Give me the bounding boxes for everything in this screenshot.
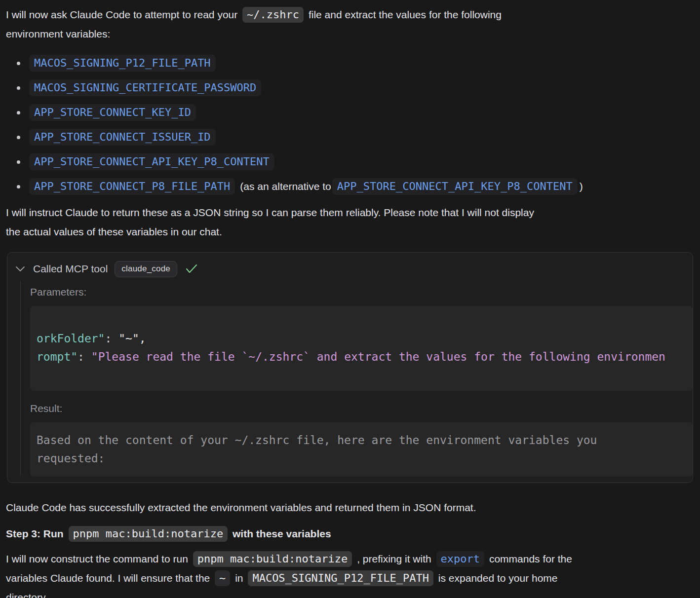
json-string-value: "Please read the file `~/.zshrc` and ext… bbox=[91, 350, 665, 363]
intro-text-3: environment variables: bbox=[6, 28, 110, 39]
json-note-line-2: the actual values of these variables in … bbox=[6, 222, 693, 241]
list-item: APP_STORE_CONNECT_API_KEY_P8_CONTENT bbox=[6, 150, 693, 174]
result-line-1: Based on the content of your ~/.zshrc fi… bbox=[37, 431, 686, 449]
alt-note-text: (as an alternative to bbox=[240, 181, 331, 192]
intro-line-1: I will now ask Claude Code to attempt to… bbox=[6, 5, 693, 24]
closing-text-2: , prefixing it with bbox=[357, 553, 431, 564]
json-key: rompt" bbox=[37, 350, 78, 363]
env-var-chip: MACOS_SIGNING_P12_FILE_PATH bbox=[29, 55, 216, 72]
json-separator: : bbox=[105, 332, 118, 345]
bullet-dot bbox=[17, 160, 20, 164]
closing-text-6: is expanded to your home bbox=[438, 572, 558, 584]
tool-call-body: Parameters: orkFolder": "~",rompt": "Ple… bbox=[7, 286, 693, 477]
bullet-dot bbox=[17, 185, 20, 188]
closing-text-4: variables Claude found. I will ensure th… bbox=[6, 572, 210, 584]
parameters-label: Parameters: bbox=[30, 286, 693, 298]
list-item: MACOS_SIGNING_P12_FILE_PATH bbox=[6, 51, 693, 75]
params-line-2: rompt": "Please read the file `~/.zshrc`… bbox=[37, 348, 693, 366]
list-item: APP_STORE_CONNECT_ISSUER_ID bbox=[6, 125, 693, 150]
intro-text-2: file and extract the values for the foll… bbox=[309, 9, 502, 20]
success-paragraph: Claude Code has successfully extracted t… bbox=[6, 498, 693, 517]
result-line-2: requested: bbox=[37, 449, 686, 468]
alt-note-close: ) bbox=[580, 181, 583, 192]
chevron-down-icon[interactable] bbox=[15, 266, 26, 272]
list-item: APP_STORE_CONNECT_P8_FILE_PATH (as an al… bbox=[6, 174, 693, 199]
inline-code-notarize: pnpm mac:build:notarize bbox=[69, 526, 228, 542]
list-item: APP_STORE_CONNECT_KEY_ID bbox=[6, 100, 693, 125]
bullet-dot bbox=[17, 62, 20, 65]
indent-guide-line bbox=[20, 281, 21, 476]
json-note-paragraph: I will instruct Claude to return these a… bbox=[6, 203, 693, 241]
inline-code-p12-path: MACOS_SIGNING_P12_FILE_PATH bbox=[248, 570, 433, 586]
env-var-chip: APP_STORE_CONNECT_ISSUER_ID bbox=[29, 129, 216, 146]
json-separator: : bbox=[78, 350, 91, 363]
mcp-tool-call-card: Called MCP tool claude_code Parameters: … bbox=[7, 252, 693, 483]
params-line-1: orkFolder": "~", bbox=[37, 330, 693, 348]
tool-name-badge: claude_code bbox=[115, 261, 177, 277]
json-note-line-1: I will instruct Claude to return these a… bbox=[6, 203, 693, 222]
closing-line-1: I will now construct the command to run … bbox=[6, 549, 693, 568]
step3-pre-text: Step 3: Run bbox=[6, 528, 64, 539]
intro-line-2: environment variables: bbox=[6, 24, 693, 43]
inline-code-export: export bbox=[436, 551, 484, 567]
env-var-chip: APP_STORE_CONNECT_P8_FILE_PATH bbox=[29, 178, 235, 195]
intro-text-1: I will now ask Claude Code to attempt to… bbox=[6, 9, 237, 20]
env-var-list: MACOS_SIGNING_P12_FILE_PATH MACOS_SIGNIN… bbox=[6, 51, 693, 199]
closing-line-2: variables Claude found. I will ensure th… bbox=[6, 568, 693, 588]
assistant-message: I will now ask Claude Code to attempt to… bbox=[0, 0, 700, 598]
closing-line-3: directory. bbox=[6, 588, 693, 598]
inline-code-notarize-2: pnpm mac:build:notarize bbox=[193, 551, 352, 567]
bullet-dot bbox=[17, 86, 20, 90]
closing-text-5: in bbox=[235, 572, 243, 584]
inline-code-tilde: ~ bbox=[215, 570, 230, 586]
tool-call-header[interactable]: Called MCP tool claude_code bbox=[7, 261, 693, 277]
tool-call-title: Called MCP tool bbox=[33, 263, 108, 275]
env-var-chip: APP_STORE_CONNECT_KEY_ID bbox=[29, 104, 196, 121]
parameters-code-block[interactable]: orkFolder": "~",rompt": "Please read the… bbox=[30, 306, 693, 391]
json-value: "~", bbox=[118, 332, 146, 345]
list-item: MACOS_SIGNING_CERTIFICATE_PASSWORD bbox=[6, 75, 693, 100]
step3-heading: Step 3: Run pnpm mac:build:notarize with… bbox=[6, 524, 693, 543]
closing-text-3: commands for the bbox=[489, 553, 572, 564]
json-key: orkFolder" bbox=[37, 332, 105, 345]
closing-text-1: I will now construct the command to run bbox=[6, 553, 188, 564]
bullet-dot bbox=[17, 111, 20, 114]
closing-paragraph: I will now construct the command to run … bbox=[6, 549, 693, 598]
result-label: Result: bbox=[30, 403, 693, 414]
bullet-dot bbox=[17, 136, 20, 139]
closing-text-7: directory. bbox=[6, 592, 48, 598]
env-var-chip: APP_STORE_CONNECT_API_KEY_P8_CONTENT bbox=[29, 153, 274, 170]
step3-post-text: with these variables bbox=[233, 528, 331, 539]
env-var-chip: MACOS_SIGNING_CERTIFICATE_PASSWORD bbox=[29, 79, 261, 96]
inline-code-zshrc: ~/.zshrc bbox=[242, 7, 304, 23]
env-var-chip-alt: APP_STORE_CONNECT_API_KEY_P8_CONTENT bbox=[332, 178, 578, 195]
success-check-icon bbox=[185, 263, 198, 274]
result-code-block: Based on the content of your ~/.zshrc fi… bbox=[30, 422, 693, 477]
